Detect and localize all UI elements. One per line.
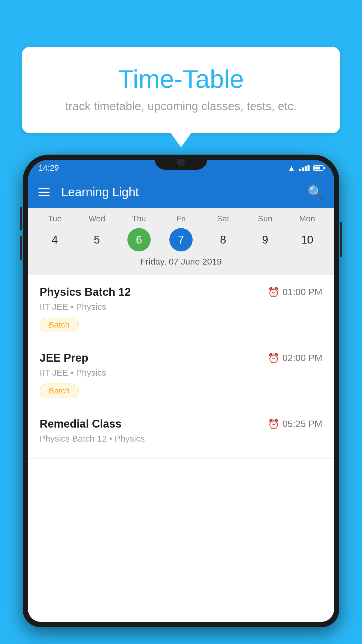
bubble-subtitle: track timetable, upcoming classes, tests… (45, 100, 317, 113)
schedule-title-2: JEE Prep (40, 352, 88, 364)
battery-icon (313, 165, 324, 171)
app-bar: Learning Light 🔍 (28, 176, 334, 208)
day-wed: Wed (82, 214, 111, 223)
day-thu: Thu (124, 214, 154, 223)
calendar-dates-row: 4 5 6 7 8 9 10 (28, 228, 334, 251)
clock-icon-2: ⏰ (268, 353, 280, 364)
day-fri: Fri (166, 214, 196, 223)
date-4[interactable]: 4 (43, 228, 66, 251)
selected-date-label: Friday, 07 June 2019 (28, 251, 334, 270)
schedule-subtitle-2: IIT JEE • Physics (40, 368, 322, 378)
date-6-today[interactable]: 6 (127, 228, 151, 251)
phone-power (340, 222, 342, 257)
hamburger-icon[interactable] (38, 188, 50, 196)
speech-bubble-area: Time-Table track timetable, upcoming cla… (22, 47, 340, 133)
time-value-2: 02:00 PM (282, 353, 322, 363)
phone-screen: 14:29 ▲ (28, 160, 334, 622)
search-icon[interactable]: 🔍 (307, 185, 324, 200)
date-10[interactable]: 10 (296, 228, 319, 251)
phone-wrapper: 14:29 ▲ (23, 155, 339, 644)
schedule-time-2: ⏰ 02:00 PM (268, 353, 322, 364)
signal-bars (299, 165, 310, 171)
schedule-item-1[interactable]: Physics Batch 12 ⏰ 01:00 PM IIT JEE • Ph… (28, 275, 334, 341)
phone-outer: 14:29 ▲ (23, 155, 339, 627)
schedule-list: Physics Batch 12 ⏰ 01:00 PM IIT JEE • Ph… (28, 275, 334, 622)
clock-icon-1: ⏰ (268, 287, 280, 298)
phone-volume-down (20, 236, 22, 260)
date-9[interactable]: 9 (254, 228, 277, 251)
schedule-subtitle-3: Physics Batch 12 • Physics (40, 434, 322, 444)
schedule-subtitle-1: IIT JEE • Physics (40, 302, 322, 312)
time-value-3: 05:25 PM (282, 419, 322, 429)
wifi-icon: ▲ (288, 164, 295, 173)
day-mon: Mon (293, 214, 322, 223)
hamburger-line-3 (38, 195, 50, 196)
calendar-strip: Tue Wed Thu Fri Sat Sun Mon 4 5 6 7 (28, 208, 334, 275)
status-time: 14:29 (38, 163, 59, 173)
schedule-item-3[interactable]: Remedial Class ⏰ 05:25 PM Physics Batch … (28, 407, 334, 459)
status-icons: ▲ (288, 164, 324, 173)
date-7-selected[interactable]: 7 (169, 228, 193, 251)
date-8[interactable]: 8 (211, 228, 235, 251)
schedule-title-1: Physics Batch 12 (40, 286, 131, 298)
time-value-1: 01:00 PM (282, 287, 322, 298)
phone-notch (155, 155, 207, 170)
calendar-days-row: Tue Wed Thu Fri Sat Sun Mon (28, 214, 334, 223)
day-sat: Sat (208, 214, 238, 223)
bubble-title: Time-Table (45, 64, 317, 94)
phone-volume-up (20, 207, 22, 230)
hamburger-line-2 (38, 192, 50, 193)
app-title: Learning Light (61, 185, 307, 199)
day-sun: Sun (251, 214, 280, 223)
speech-bubble: Time-Table track timetable, upcoming cla… (22, 47, 340, 133)
schedule-time-3: ⏰ 05:25 PM (268, 419, 322, 430)
schedule-item-2[interactable]: JEE Prep ⏰ 02:00 PM IIT JEE • Physics Ba… (28, 341, 334, 407)
phone-camera (177, 159, 185, 166)
schedule-time-1: ⏰ 01:00 PM (268, 287, 322, 298)
day-tue: Tue (40, 214, 69, 223)
battery-fill (314, 167, 320, 169)
schedule-item-header-1: Physics Batch 12 ⏰ 01:00 PM (40, 286, 322, 298)
batch-badge-2: Batch (40, 384, 79, 398)
schedule-item-header-3: Remedial Class ⏰ 05:25 PM (40, 418, 322, 430)
schedule-title-3: Remedial Class (40, 418, 122, 430)
clock-icon-3: ⏰ (268, 419, 280, 430)
screen-content: Tue Wed Thu Fri Sat Sun Mon 4 5 6 7 (28, 208, 334, 622)
batch-badge-1: Batch (40, 318, 79, 332)
hamburger-line-1 (38, 188, 50, 189)
schedule-item-header-2: JEE Prep ⏰ 02:00 PM (40, 352, 322, 364)
date-5[interactable]: 5 (85, 228, 108, 251)
